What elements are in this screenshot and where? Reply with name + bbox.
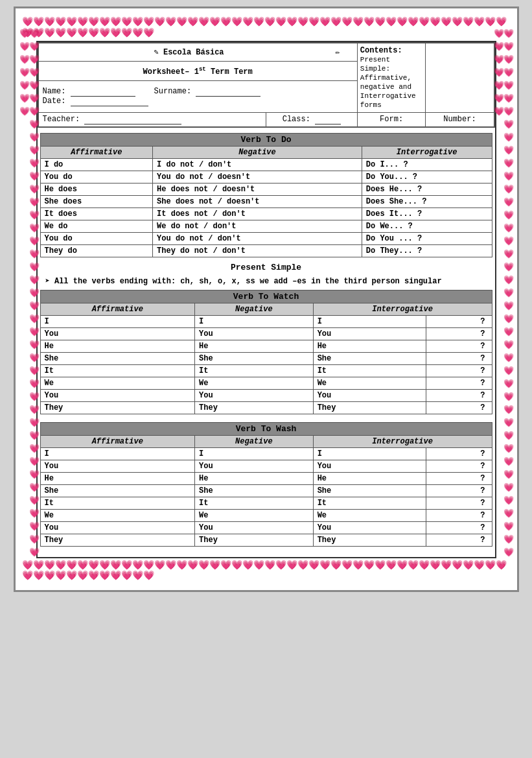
int-cell: You <box>313 389 426 401</box>
int-cell: You <box>313 327 426 340</box>
table-row: HeHeHe? <box>40 340 492 352</box>
school-icon: ✎ <box>154 48 163 57</box>
verb-to-do-table: Verb To Do Affirmative Negative Interrog… <box>40 133 492 257</box>
neg-cell: I do not / don't <box>153 158 362 171</box>
int-cell: We <box>313 509 426 521</box>
verb-to-wash-title: Verb To Wash <box>40 422 492 435</box>
neg-cell: She <box>195 484 314 497</box>
aff-cell: You <box>40 521 195 534</box>
aff-cell: They <box>40 534 195 546</box>
arrow-icon: ➤ <box>45 277 54 286</box>
page: 💗💗💗💗💗💗💗💗💗💗💗💗💗💗💗💗💗💗💗💗💗💗💗💗💗💗💗💗💗💗💗💗💗💗💗💗💗💗💗💗… <box>14 6 519 592</box>
table-row: ItItIt? <box>40 497 492 509</box>
table-row: It doesIt does not / don'tDoes It... ? <box>40 207 492 220</box>
table-row: I doI do not / don'tDo I... ? <box>40 158 492 171</box>
neg-cell: We <box>195 509 314 521</box>
neg-cell: You <box>195 389 314 401</box>
table-row: They doThey do not / don'tDo They... ? <box>40 244 492 257</box>
aff-cell: She <box>40 352 195 364</box>
verb-to-wash-col-int: Interrogative <box>313 435 492 447</box>
neg-cell: She does not / doesn't <box>153 195 362 207</box>
table-row: She doesShe does not / doesn'tDoes She..… <box>40 195 492 207</box>
school-name: Escola Básica <box>163 48 224 57</box>
contents-value: Present Simple: Affirmative, negative an… <box>360 56 416 109</box>
aff-cell: She does <box>40 195 153 207</box>
verb-to-watch-title: Verb To Watch <box>40 290 492 303</box>
table-row: WeWeWe? <box>40 509 492 521</box>
q-cell: ? <box>426 352 492 364</box>
verb-to-do-title: Verb To Do <box>40 133 492 146</box>
neg-cell: I <box>195 447 314 460</box>
border-bottom: 💗💗💗💗💗💗💗💗💗💗💗💗💗💗💗💗💗💗💗💗💗💗💗💗💗💗💗💗💗💗💗💗💗💗💗💗💗💗💗💗… <box>22 558 511 584</box>
verb-to-do-col-int: Interrogative <box>362 146 492 158</box>
table-row: TheyTheyThey? <box>40 534 492 546</box>
verb-to-watch-col-neg: Negative <box>195 303 314 315</box>
aff-cell: He <box>40 472 195 484</box>
border-right: 💗💗💗💗💗💗💗💗💗💗💗💗💗💗💗💗💗💗💗💗💗💗💗💗💗💗💗💗💗💗💗💗💗💗💗💗💗💗💗💗… <box>494 28 513 571</box>
date-label: Date: <box>43 97 66 106</box>
worksheet-title: Worksheet– 1st Term Term <box>38 62 358 81</box>
neg-cell: It <box>195 497 314 509</box>
neg-cell: It <box>195 364 314 377</box>
int-cell: It <box>313 364 426 377</box>
int-cell: He <box>313 472 426 484</box>
pencil-icon: ✏ <box>336 47 353 57</box>
int-cell: They <box>313 401 426 414</box>
table-row: III? <box>40 315 492 327</box>
verb-to-wash-col-neg: Negative <box>195 435 314 447</box>
neg-cell: You <box>195 521 314 534</box>
neg-cell: He <box>195 340 314 352</box>
q-cell: ? <box>426 534 492 546</box>
int-cell: Does It... ? <box>362 207 492 220</box>
number-label: Number: <box>443 115 476 124</box>
main-content: Verb To Do Affirmative Negative Interrog… <box>38 128 495 557</box>
aff-cell: I <box>40 315 195 327</box>
present-simple-note: ➤ All the verbs ending with: ch, sh, o, … <box>40 276 492 286</box>
present-simple-title: Present Simple <box>40 263 492 272</box>
aff-cell: I <box>40 447 195 460</box>
int-cell: I <box>313 315 426 327</box>
verb-to-wash-table: Verb To Wash Affirmative Negative Interr… <box>40 422 492 547</box>
class-label: Class: <box>283 115 310 124</box>
aff-cell: You <box>40 327 195 340</box>
content-area: ✎ Escola Básica ✏ Contents: Present Simp… <box>36 41 496 558</box>
border-top: 💗💗💗💗💗💗💗💗💗💗💗💗💗💗💗💗💗💗💗💗💗💗💗💗💗💗💗💗💗💗💗💗💗💗💗💗💗💗💗💗… <box>22 15 511 41</box>
neg-cell: They <box>195 401 314 414</box>
aff-cell: He <box>40 340 195 352</box>
neg-cell: You <box>195 460 314 472</box>
neg-cell: It does not / don't <box>153 207 362 220</box>
table-row: SheSheShe? <box>40 352 492 364</box>
aff-cell: They do <box>40 244 153 257</box>
aff-cell: It <box>40 497 195 509</box>
q-cell: ? <box>426 521 492 534</box>
q-cell: ? <box>426 377 492 389</box>
border-left: 💗💗💗💗💗💗💗💗💗💗💗💗💗💗💗💗💗💗💗💗💗💗💗💗💗💗💗💗💗💗💗💗💗💗💗💗💗💗💗💗… <box>19 28 39 571</box>
aff-cell: We <box>40 509 195 521</box>
neg-cell: They <box>195 534 314 546</box>
table-row: WeWeWe? <box>40 377 492 389</box>
int-cell: I <box>313 447 426 460</box>
aff-cell: She <box>40 484 195 497</box>
int-cell: You <box>313 460 426 472</box>
table-row: You doYou do not / doesn'tDo You... ? <box>40 171 492 183</box>
table-row: III? <box>40 447 492 460</box>
q-cell: ? <box>426 340 492 352</box>
int-cell: You <box>313 521 426 534</box>
q-cell: ? <box>426 497 492 509</box>
teacher-label: Teacher: <box>43 115 80 124</box>
int-cell: Do They... ? <box>362 244 492 257</box>
surname-label: Surname: <box>154 87 192 96</box>
table-row: We doWe do not / don'tDo We... ? <box>40 220 492 232</box>
table-row: HeHeHe? <box>40 472 492 484</box>
verb-to-do-col-aff: Affirmative <box>40 146 153 158</box>
int-cell: She <box>313 352 426 364</box>
table-row: YouYouYou? <box>40 327 492 340</box>
neg-cell: You <box>195 327 314 340</box>
aff-cell: It <box>40 364 195 377</box>
int-cell: Do You ... ? <box>362 232 492 244</box>
q-cell: ? <box>426 447 492 460</box>
q-cell: ? <box>426 472 492 484</box>
verb-to-watch-col-int: Interrogative <box>313 303 492 315</box>
table-row: YouYouYou? <box>40 460 492 472</box>
neg-cell: I <box>195 315 314 327</box>
